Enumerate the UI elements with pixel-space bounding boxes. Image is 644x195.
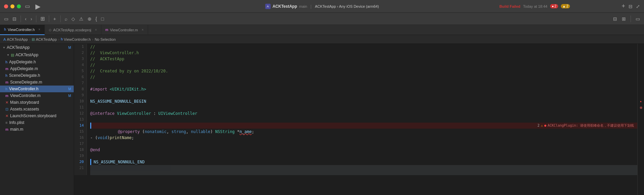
bc-sep-1: › [29,37,31,41]
error-icon: ● [552,4,554,8]
sidebar-left-toggle[interactable]: ▭ [3,15,10,22]
rg-1 [638,44,644,50]
app-name: ACKTestApp [272,4,297,9]
layout-grid-btn[interactable]: ⊞ [620,15,627,22]
tab-xcodeproj[interactable]: ◇ ACKTestApp.xcodeproj × [45,25,101,35]
warning-filter-btn[interactable]: ⚠ [78,15,85,22]
rg-6 [638,74,644,80]
bc-sep-2: › [58,37,60,41]
scheme-selector[interactable]: A ACKTestApp main | ACKTestApp › Any iOS… [265,4,379,9]
ln-12: 12 [74,110,84,117]
minimize-button[interactable] [10,4,14,8]
toolbar-divider-3 [49,15,49,22]
warning-badge: ▲ 2 [561,4,570,8]
nav-back[interactable]: ‹ [24,15,28,22]
rg-4 [638,62,644,68]
code-line-5: // Created by zy on 2022/10/20. [90,68,637,74]
code-line-11 [90,104,637,110]
close-icon-area[interactable]: ⊗ [638,104,644,110]
diamond-btn[interactable]: ◇ [70,15,76,22]
code-line-18: @end [90,147,637,153]
plist-icon: ≡ [5,121,7,125]
sidebar-item-scenedelegate-h[interactable]: h SceneDelegate.h [0,72,74,79]
root-badge: M [68,46,71,50]
run-button[interactable]: ▶ [35,2,40,10]
layout-split-btn[interactable]: ⊟ [612,15,618,22]
m-icon: m [5,128,8,131]
tab-viewcontroller-m[interactable]: m ViewController.m × [101,25,148,35]
code-lines: // // ViewController.h // ACKTestApp // … [87,44,637,175]
sidebar-item-viewcontroller-h[interactable]: h ViewController.h M [0,86,74,92]
ref-btn[interactable]: ⊕ [86,15,93,22]
h-icon: h [5,74,7,77]
sidebar-item-appdelegate-m[interactable]: m AppDelegate.m [0,65,74,72]
tab-close-xcodeproj[interactable]: × [95,28,97,32]
breadcrumb-file[interactable]: h ViewController.h [61,37,91,41]
maximize-button[interactable] [17,4,21,8]
ln-5: 5 [74,68,84,74]
m-icon: m [5,94,8,98]
sidebar-item-main-storyboard[interactable]: ✕ Main.storyboard [0,99,74,106]
code-line-1: // [90,44,637,50]
code-line-12: @interface ViewController : UIViewContro… [90,110,637,117]
h-icon: h [5,60,7,64]
ln-18: 18 [74,147,84,153]
inspector-toggle[interactable]: ▭ [634,15,641,22]
breadcrumb-folder[interactable]: ▤ ACKTestApp [32,37,57,41]
sidebar-item-scenedelegate-m[interactable]: m SceneDelegate.m [0,79,74,86]
code-editor[interactable]: 1 2 3 4 5 6 7 8 9 10 11 12 13 14 15 16 1… [74,44,637,195]
toolbar-divider-1 [21,15,21,22]
ln-6: 6 [74,74,84,80]
rg-7 [638,80,644,86]
warning-count: 2 [566,4,568,8]
fullscreen-icon[interactable]: ⤢ [636,4,640,9]
breadcrumb-no-selection: No Selection [95,37,115,41]
toolbar-divider-5 [631,15,631,22]
nav-forward[interactable]: › [29,15,34,22]
rg-2 [638,50,644,56]
tab-label-viewcontroller-m: ViewController.m [110,28,138,32]
grid-view-btn[interactable]: ⊞ [39,15,46,23]
sidebar-group-header[interactable]: ▼ ▤ ACKTestApp [0,51,74,59]
sidebar-item-viewcontroller-m[interactable]: m ViewController.m M [0,92,74,99]
sidebar-toggle-icon[interactable]: ▭ [25,3,30,9]
build-time: Today at 18:44 [523,4,547,8]
folder-bc-label: ACKTestApp [36,37,57,41]
sidebar-label-info-plist: Info.plist [9,120,24,125]
sidebar-item-appdelegate-h[interactable]: h AppDelegate.h [0,59,74,65]
rg-error-marker[interactable]: ● [638,98,644,104]
code-line-7 [90,80,637,86]
content-toggle[interactable]: ⊟ [11,15,18,22]
titlebar-right: + ⊟ ⤢ [621,3,640,10]
inline-error-message: 2 ⚠ ● ACKClangPlugin: 请使用驼峰命名，不建议使用下划线 [538,123,634,129]
split-view-icon[interactable]: ⊟ [629,4,633,9]
error-gutter-marker: ● [640,100,642,103]
sidebar-root-header[interactable]: ▼ ACKTestApp M [0,44,74,51]
tab-close-viewcontroller-m[interactable]: × [142,28,144,32]
add-icon[interactable]: + [621,3,625,10]
sidebar-item-assets[interactable]: ⊡ Assets.xcassets [0,106,74,112]
toolbar: ▭ ⊟ ‹ › ⊞ + ⌕ ◇ ⚠ ⊕ { □ ⊟ ⊞ ▭ [0,13,644,25]
sidebar-item-launchscreen[interactable]: ✕ LaunchScreen.storyboard [0,112,74,119]
code-line-10: NS_ASSUME_NONNULL_BEGIN [90,98,637,104]
search-btn[interactable]: ⌕ [63,15,69,22]
ln-21: 21 [74,165,84,171]
right-gutter: ● ⊗ [637,44,644,195]
sidebar-item-main-m[interactable]: m main.m [0,126,74,133]
line-numbers: 1 2 3 4 5 6 7 8 9 10 11 12 13 14 15 16 1… [74,44,87,175]
code-area: 1 2 3 4 5 6 7 8 9 10 11 12 13 14 15 16 1… [74,44,637,175]
ln-1: 1 [74,44,84,50]
hierarchy-btn[interactable]: { [94,15,99,22]
tab-close-viewcontroller-h[interactable]: × [38,28,40,31]
app-sub: main [299,4,307,8]
rg-5 [638,68,644,74]
no-selection-label: No Selection [95,37,115,41]
sidebar-label-scenedelegate-h: SceneDelegate.h [9,73,40,78]
add-btn[interactable]: + [52,15,57,22]
breadcrumb-app[interactable]: A ACKTestApp [3,37,28,41]
tab-viewcontroller-h[interactable]: h ViewController.h × [0,25,45,35]
square-btn[interactable]: □ [100,15,105,22]
code-line-17 [90,141,637,147]
close-button[interactable] [4,4,8,8]
sidebar-item-info-plist[interactable]: ≡ Info.plist [0,119,74,126]
